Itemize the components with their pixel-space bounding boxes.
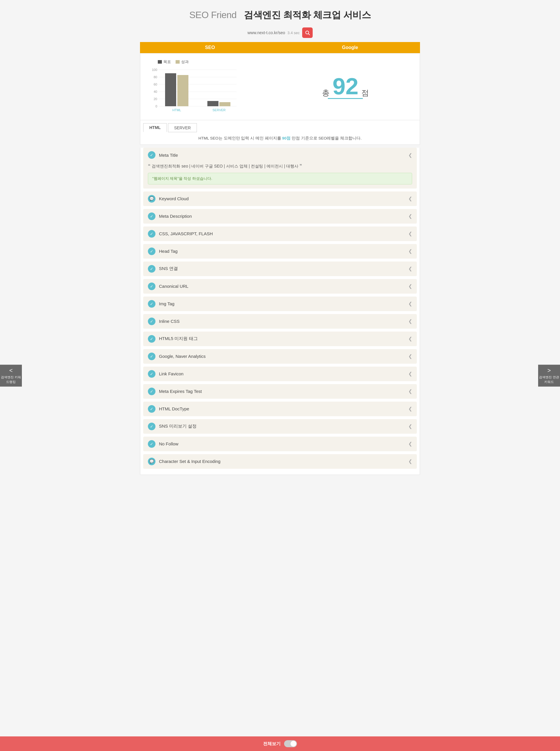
sns-connect-icon: ✓	[148, 265, 156, 273]
css-js-label: CSS, JAVASCRIPT, FLASH	[159, 231, 213, 236]
meta-title-quote: ❝ 검색엔진최적화 seo | 네이버 구글 SEO | 서비스 업체 | 컨설…	[148, 162, 412, 170]
canonical-icon: ✓	[148, 283, 156, 290]
checklist-item-html-doctype[interactable]: ✓ HTML DocType ❮	[143, 402, 417, 416]
analytics-icon: ✓	[148, 352, 156, 360]
chart-score-section: 목표 성과 100 80 60 40 20 0	[140, 53, 420, 120]
meta-title-success-msg: "웹페이지 제목"을 작성 하셨습니다.	[152, 176, 212, 181]
page-title-korean: 검색엔진 최적화 체크업 서비스	[244, 9, 371, 20]
checklist-item-charset[interactable]: 💬 Character Set & Input Encoding ❮	[143, 454, 417, 469]
svg-text:SERVER: SERVER	[212, 108, 225, 112]
img-tag-icon: ✓	[148, 300, 156, 308]
meta-title-quote-text: 검색엔진최적화 seo | 네이버 구글 SEO | 서비스 업체 | 컨설팅 …	[152, 164, 298, 168]
brand-name: SEO Friend	[189, 9, 237, 20]
inline-css-label: Inline CSS	[159, 319, 180, 324]
meta-desc-label: Meta Description	[159, 214, 192, 218]
checklist-item-sns-connect[interactable]: ✓ SNS 연결 ❮	[143, 262, 417, 276]
css-js-icon: ✓	[148, 230, 156, 237]
right-arrow-icon: >	[547, 367, 551, 374]
search-url: www.next-t.co.kr/seo	[247, 30, 285, 35]
legend-goal-label: 목표	[163, 59, 171, 64]
checklist-item-inline-css[interactable]: ✓ Inline CSS ❮	[143, 314, 417, 329]
svg-line-1	[308, 34, 309, 35]
checklist-item-meta-title[interactable]: ✓ Meta Title ❮ ❝ 검색엔진최적화 seo | 네이버 구글 SE…	[143, 148, 417, 189]
svg-rect-17	[219, 102, 231, 106]
tab-server[interactable]: SERVER	[168, 123, 197, 132]
left-arrow-icon: <	[9, 367, 13, 374]
score-area: 총 92 점	[280, 59, 411, 114]
score-container: 총 92 점	[322, 75, 369, 99]
search-button[interactable]	[302, 27, 313, 38]
sns-connect-left: ✓ SNS 연결	[148, 265, 178, 273]
charset-left: 💬 Character Set & Input Encoding	[148, 458, 220, 465]
meta-expires-icon: ✓	[148, 388, 156, 395]
legend-result: 성과	[176, 59, 189, 64]
meta-desc-chevron: ❮	[408, 213, 412, 219]
checklist-item-no-follow[interactable]: ✓ No Follow ❮	[143, 437, 417, 451]
score-value: 92	[333, 75, 358, 98]
desc-text2: 만점 기준으로 SEO레벨을 체크합니다.	[291, 136, 361, 140]
tab-html[interactable]: HTML	[143, 123, 167, 132]
checklist-item-canonical-url[interactable]: ✓ Canonical URL ❮	[143, 279, 417, 294]
keyword-cloud-left: 💬 Keyword Cloud	[148, 195, 189, 203]
quote-close: ❞	[300, 163, 302, 168]
meta-title-content: ❝ 검색엔진최적화 seo | 네이버 구글 SEO | 서비스 업체 | 컨설…	[143, 162, 417, 189]
css-js-left: ✓ CSS, JAVASCRIPT, FLASH	[148, 230, 213, 237]
html-seo-description: HTML SEO는 도메인만 입력 시 메인 페이지를 90점 만점 기준으로 …	[140, 132, 420, 145]
no-follow-chevron: ❮	[408, 441, 412, 447]
meta-expires-chevron: ❮	[408, 388, 412, 394]
html-doctype-chevron: ❮	[408, 406, 412, 411]
tab-seo[interactable]: SEO	[140, 42, 280, 53]
bottom-bar: 전체보기	[0, 736, 560, 751]
svg-rect-16	[207, 101, 218, 106]
meta-title-success-box: "웹페이지 제목"을 작성 하셨습니다.	[148, 173, 412, 185]
meta-expires-left: ✓ Meta Expires Tag Test	[148, 388, 202, 395]
checklist-item-link-favicon[interactable]: ✓ Link Favicon ❮	[143, 367, 417, 381]
meta-desc-left: ✓ Meta Description	[148, 212, 192, 220]
checklist-item-head-tag[interactable]: ✓ Head Tag ❮	[143, 244, 417, 258]
canonical-label: Canonical URL	[159, 284, 188, 289]
legend-result-label: 성과	[181, 59, 189, 64]
canonical-chevron: ❮	[408, 284, 412, 289]
score-underline	[328, 98, 363, 99]
keyword-cloud-icon: 💬	[148, 195, 156, 203]
img-tag-chevron: ❮	[408, 301, 412, 306]
html-doctype-left: ✓ HTML DocType	[148, 405, 189, 413]
svg-rect-14	[165, 73, 176, 106]
checklist-item-sns-preview[interactable]: ✓ SNS 미리보기 설정 ❮	[143, 419, 417, 434]
score-suffix: 점	[361, 88, 369, 98]
meta-title-chevron: ❮	[408, 152, 412, 158]
checklist-item-img-tag[interactable]: ✓ Img Tag ❮	[143, 296, 417, 311]
checklist-item-keyword-cloud[interactable]: 💬 Keyword Cloud ❮	[143, 191, 417, 206]
desc-highlight: 90점	[282, 136, 291, 140]
checklist-item-meta-description[interactable]: ✓ Meta Description ❮	[143, 209, 417, 224]
html5-unsupported-label: HTML5 미지원 태그	[159, 336, 198, 342]
checklist-area: ✓ Meta Title ❮ ❝ 검색엔진최적화 seo | 네이버 구글 SE…	[140, 148, 420, 475]
checklist-item-css-js-flash[interactable]: ✓ CSS, JAVASCRIPT, FLASH ❮	[143, 227, 417, 241]
tab-google[interactable]: Google	[280, 42, 420, 53]
meta-title-label: Meta Title	[159, 153, 178, 158]
sns-connect-chevron: ❮	[408, 266, 412, 271]
checklist-item-html5-unsupported[interactable]: ✓ HTML5 미지원 태그 ❮	[143, 331, 417, 346]
checklist-item-meta-expires[interactable]: ✓ Meta Expires Tag Test ❮	[143, 384, 417, 399]
meta-title-header[interactable]: ✓ Meta Title ❮	[143, 148, 417, 162]
link-favicon-icon: ✓	[148, 370, 156, 378]
page-title: SEO Friend 검색엔진 최적화 체크업 서비스	[140, 9, 420, 22]
svg-text:100: 100	[152, 68, 157, 72]
side-nav-right[interactable]: > 검색엔진 연관키워드	[538, 365, 560, 386]
svg-text:HTML: HTML	[173, 108, 181, 112]
checklist-item-analytics[interactable]: ✓ Google, Naver Analytics ❮	[143, 349, 417, 364]
link-favicon-label: Link Favicon	[159, 371, 183, 376]
link-favicon-chevron: ❮	[408, 371, 412, 377]
svg-text:60: 60	[154, 83, 157, 86]
search-time: 3.4 sec	[287, 31, 300, 35]
sns-preview-label: SNS 미리보기 설정	[159, 424, 197, 429]
side-nav-left[interactable]: < 검색엔진 키워드랭킹	[0, 365, 22, 386]
link-favicon-left: ✓ Link Favicon	[148, 370, 183, 378]
no-follow-left: ✓ No Follow	[148, 440, 179, 448]
quote-open: ❝	[148, 163, 152, 168]
toggle-knob	[291, 741, 296, 747]
svg-text:80: 80	[154, 75, 157, 79]
toggle-switch[interactable]	[284, 740, 297, 747]
html5-unsupported-left: ✓ HTML5 미지원 태그	[148, 335, 198, 343]
head-tag-left: ✓ Head Tag	[148, 248, 178, 255]
